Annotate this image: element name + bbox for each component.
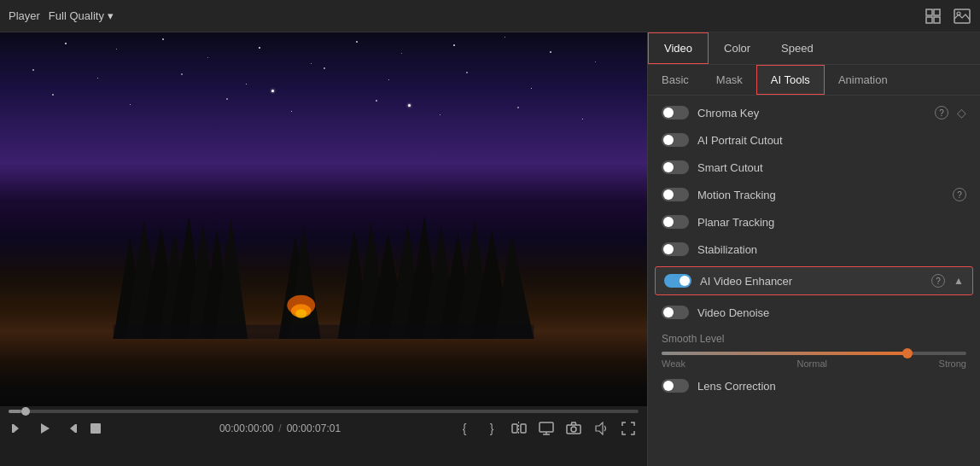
controls-right: { }	[454, 418, 639, 439]
tools-list: Chroma Key ? ◇ AI Portrait Cutout Smart …	[648, 96, 980, 466]
chevron-down-icon: ▾	[108, 9, 114, 22]
diamond-icon: ◇	[957, 106, 966, 119]
slider-thumb	[902, 348, 913, 358]
video-panel: 00:00:00:00 / 00:00:07:01 { }	[0, 32, 647, 466]
controls-left	[9, 418, 106, 439]
image-icon[interactable]	[953, 7, 971, 26]
smooth-level-label: Smooth Level	[662, 333, 966, 345]
smart-cutout-toggle[interactable]	[662, 160, 689, 174]
quality-dropdown[interactable]: Full Quality ▾	[49, 9, 114, 22]
smart-cutout-label: Smart Cutout	[697, 161, 966, 174]
play-button[interactable]	[34, 418, 55, 439]
top-bar-right	[924, 7, 971, 26]
tree-silhouette	[0, 171, 647, 339]
video-controls: 00:00:00:00 / 00:00:07:01 { }	[0, 406, 647, 466]
stabilization-toggle[interactable]	[662, 242, 689, 256]
svg-rect-1	[934, 9, 940, 15]
tool-item-planar-tracking[interactable]: Planar Tracking	[648, 208, 980, 236]
tool-item-video-denoise[interactable]: Video Denoise	[648, 299, 980, 326]
slider-strong-label: Strong	[939, 358, 966, 369]
top-bar: Player Full Quality ▾	[0, 0, 980, 32]
player-label: Player	[9, 9, 40, 22]
tool-item-ai-video-enhancer[interactable]: AI Video Enhancer ? ▲	[655, 266, 973, 295]
tool-item-ai-portrait[interactable]: AI Portrait Cutout	[648, 126, 980, 154]
controls-row: 00:00:00:00 / 00:00:07:01 { }	[9, 418, 639, 439]
lens-correction-label: Lens Correction	[697, 380, 966, 393]
svg-point-43	[571, 427, 576, 432]
progress-fill	[9, 410, 21, 413]
tab-aitools[interactable]: AI Tools	[756, 65, 825, 95]
tab-speed[interactable]: Speed	[766, 32, 829, 64]
svg-rect-36	[512, 424, 517, 433]
tab-row-2: Basic Mask AI Tools Animation	[648, 65, 980, 96]
tab-row-1: Video Color Speed	[648, 32, 980, 65]
skip-back-button[interactable]	[9, 418, 29, 439]
tab-mask[interactable]: Mask	[703, 65, 756, 95]
tool-item-smart-cutout[interactable]: Smart Cutout	[648, 154, 980, 181]
quality-label: Full Quality	[49, 9, 104, 22]
time-current: 00:00:00:00	[219, 422, 273, 434]
svg-rect-39	[540, 422, 553, 432]
smooth-level-slider[interactable]	[662, 352, 966, 355]
svg-rect-34	[75, 424, 77, 433]
svg-point-18	[295, 309, 306, 318]
ai-video-enhancer-help-icon[interactable]: ?	[931, 274, 945, 288]
slider-labels: Weak Normal Strong	[662, 358, 966, 369]
planar-tracking-label: Planar Tracking	[697, 216, 966, 229]
right-panel: Video Color Speed Basic Mask AI Tools An…	[647, 32, 980, 466]
svg-rect-3	[934, 17, 940, 23]
lens-correction-toggle[interactable]	[662, 379, 689, 393]
svg-marker-32	[41, 423, 50, 434]
planar-tracking-toggle[interactable]	[662, 215, 689, 229]
motion-tracking-label: Motion Tracking	[697, 189, 944, 201]
ai-video-enhancer-toggle[interactable]	[664, 274, 691, 288]
svg-rect-37	[521, 424, 526, 433]
skip-forward-button[interactable]	[60, 418, 80, 439]
volume-button[interactable]	[591, 418, 611, 439]
ai-portrait-toggle[interactable]	[662, 133, 689, 147]
ai-video-enhancer-chevron[interactable]: ▲	[954, 275, 964, 287]
camera-button[interactable]	[563, 418, 584, 439]
tool-item-motion-tracking[interactable]: Motion Tracking ?	[648, 181, 980, 208]
tab-basic[interactable]: Basic	[648, 65, 703, 95]
tool-item-lens-correction[interactable]: Lens Correction	[648, 372, 980, 399]
main-content: 00:00:00:00 / 00:00:07:01 { }	[0, 32, 980, 466]
split-button[interactable]	[509, 418, 529, 439]
tab-color[interactable]: Color	[709, 32, 766, 64]
fullscreen-button[interactable]	[618, 418, 639, 439]
ai-portrait-label: AI Portrait Cutout	[697, 134, 966, 147]
stabilization-label: Stabilization	[697, 243, 966, 256]
tab-animation[interactable]: Animation	[825, 65, 901, 95]
stop-button[interactable]	[85, 418, 106, 439]
video-denoise-label: Video Denoise	[697, 306, 966, 319]
svg-rect-2	[926, 17, 932, 23]
video-background	[0, 32, 647, 406]
svg-rect-31	[12, 424, 14, 433]
bracket-close-button[interactable]: }	[481, 418, 502, 439]
grid-icon[interactable]	[924, 7, 942, 26]
svg-rect-0	[926, 9, 932, 15]
chroma-key-toggle[interactable]	[662, 106, 689, 119]
top-bar-left: Player Full Quality ▾	[9, 9, 114, 22]
time-total: 00:00:07:01	[287, 422, 341, 434]
bracket-open-button[interactable]: {	[454, 418, 475, 439]
chroma-key-label: Chroma Key	[697, 107, 926, 119]
progress-dot	[21, 407, 30, 416]
motion-tracking-help-icon[interactable]: ?	[953, 188, 966, 201]
progress-bar[interactable]	[9, 410, 639, 413]
tool-item-chroma-key[interactable]: Chroma Key ? ◇	[648, 99, 980, 126]
monitor-button[interactable]	[536, 418, 557, 439]
tool-item-stabilization[interactable]: Stabilization	[648, 236, 980, 263]
svg-marker-44	[596, 422, 603, 434]
svg-rect-29	[114, 325, 534, 339]
chroma-key-help-icon[interactable]: ?	[935, 106, 948, 119]
ai-video-enhancer-label: AI Video Enhancer	[700, 275, 923, 288]
slider-fill	[662, 352, 906, 355]
smooth-level-section: Smooth Level Weak Normal Strong	[648, 326, 980, 372]
svg-rect-35	[90, 423, 101, 434]
video-denoise-toggle[interactable]	[662, 306, 689, 319]
motion-tracking-toggle[interactable]	[662, 188, 689, 201]
tab-video[interactable]: Video	[648, 32, 709, 64]
svg-marker-33	[70, 424, 75, 433]
time-separator: /	[278, 422, 281, 434]
